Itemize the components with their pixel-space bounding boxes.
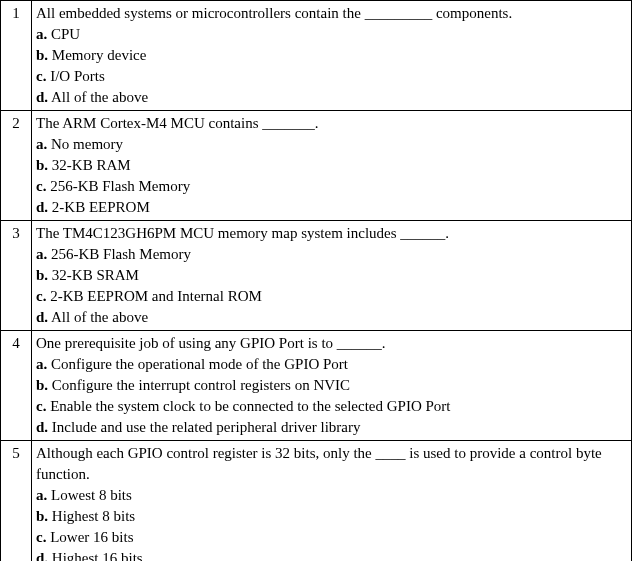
question-number: 1 — [1, 1, 32, 111]
question-cell: All embedded systems or microcontrollers… — [32, 1, 632, 111]
option-letter: c. — [36, 398, 46, 414]
option-letter: c. — [36, 529, 46, 545]
option-text: Highest 8 bits — [52, 508, 135, 524]
option-a: a. Lowest 8 bits — [36, 485, 627, 506]
question-stem: All embedded systems or microcontrollers… — [36, 3, 627, 24]
option-letter: a. — [36, 246, 47, 262]
option-text: Enable the system clock to be connected … — [50, 398, 450, 414]
option-text: Lowest 8 bits — [51, 487, 132, 503]
question-row: 2 The ARM Cortex-M4 MCU contains _______… — [1, 111, 632, 221]
question-stem: One prerequisite job of using any GPIO P… — [36, 333, 627, 354]
option-letter: b. — [36, 157, 48, 173]
option-d: d. All of the above — [36, 87, 627, 108]
option-text: 32-KB SRAM — [52, 267, 139, 283]
option-letter: b. — [36, 47, 48, 63]
question-cell: One prerequisite job of using any GPIO P… — [32, 331, 632, 441]
option-text: 2-KB EEPROM and Internal ROM — [50, 288, 262, 304]
option-d: d. 2-KB EEPROM — [36, 197, 627, 218]
option-letter: d. — [36, 199, 48, 215]
option-text: All of the above — [51, 309, 148, 325]
option-text: 256-KB Flash Memory — [50, 178, 190, 194]
question-stem: The TM4C123GH6PM MCU memory map system i… — [36, 223, 627, 244]
question-row: 1 All embedded systems or microcontrolle… — [1, 1, 632, 111]
option-letter: c. — [36, 178, 46, 194]
option-text: Configure the operational mode of the GP… — [51, 356, 348, 372]
question-stem: Although each GPIO control register is 3… — [36, 443, 627, 485]
question-row: 4 One prerequisite job of using any GPIO… — [1, 331, 632, 441]
option-b: b. Configure the interrupt control regis… — [36, 375, 627, 396]
question-number: 3 — [1, 221, 32, 331]
option-text: Memory device — [52, 47, 147, 63]
option-letter: d. — [36, 309, 48, 325]
option-letter: b. — [36, 267, 48, 283]
option-letter: c. — [36, 68, 46, 84]
option-letter: b. — [36, 508, 48, 524]
option-letter: d. — [36, 419, 48, 435]
option-letter: c. — [36, 288, 46, 304]
option-text: Highest 16 bits — [52, 550, 143, 561]
option-c: c. I/O Ports — [36, 66, 627, 87]
option-letter: b. — [36, 377, 48, 393]
option-text: All of the above — [51, 89, 148, 105]
option-text: CPU — [51, 26, 80, 42]
option-text: Configure the interrupt control register… — [52, 377, 350, 393]
option-b: b. Memory device — [36, 45, 627, 66]
question-row: 5 Although each GPIO control register is… — [1, 441, 632, 562]
option-c: c. Enable the system clock to be connect… — [36, 396, 627, 417]
option-text: 2-KB EEPROM — [52, 199, 150, 215]
question-number: 2 — [1, 111, 32, 221]
option-letter: d. — [36, 89, 48, 105]
option-text: 32-KB RAM — [52, 157, 131, 173]
quiz-table: 1 All embedded systems or microcontrolle… — [0, 0, 632, 561]
option-letter: a. — [36, 356, 47, 372]
option-text: Lower 16 bits — [50, 529, 133, 545]
question-row: 3 The TM4C123GH6PM MCU memory map system… — [1, 221, 632, 331]
option-a: a. 256-KB Flash Memory — [36, 244, 627, 265]
option-text: I/O Ports — [50, 68, 105, 84]
option-a: a. CPU — [36, 24, 627, 45]
option-b: b. Highest 8 bits — [36, 506, 627, 527]
option-a: a. Configure the operational mode of the… — [36, 354, 627, 375]
option-letter: d. — [36, 550, 48, 561]
question-stem: The ARM Cortex-M4 MCU contains _______. — [36, 113, 627, 134]
option-text: Include and use the related peripheral d… — [52, 419, 361, 435]
question-cell: Although each GPIO control register is 3… — [32, 441, 632, 562]
option-c: c. 2-KB EEPROM and Internal ROM — [36, 286, 627, 307]
option-text: No memory — [51, 136, 123, 152]
option-a: a. No memory — [36, 134, 627, 155]
option-c: c. Lower 16 bits — [36, 527, 627, 548]
option-d: d. Highest 16 bits — [36, 548, 627, 561]
option-letter: a. — [36, 26, 47, 42]
option-b: b. 32-KB SRAM — [36, 265, 627, 286]
option-b: b. 32-KB RAM — [36, 155, 627, 176]
question-number: 5 — [1, 441, 32, 562]
question-cell: The ARM Cortex-M4 MCU contains _______. … — [32, 111, 632, 221]
option-text: 256-KB Flash Memory — [51, 246, 191, 262]
question-number: 4 — [1, 331, 32, 441]
option-letter: a. — [36, 487, 47, 503]
option-d: d. All of the above — [36, 307, 627, 328]
option-c: c. 256-KB Flash Memory — [36, 176, 627, 197]
question-cell: The TM4C123GH6PM MCU memory map system i… — [32, 221, 632, 331]
option-letter: a. — [36, 136, 47, 152]
option-d: d. Include and use the related periphera… — [36, 417, 627, 438]
